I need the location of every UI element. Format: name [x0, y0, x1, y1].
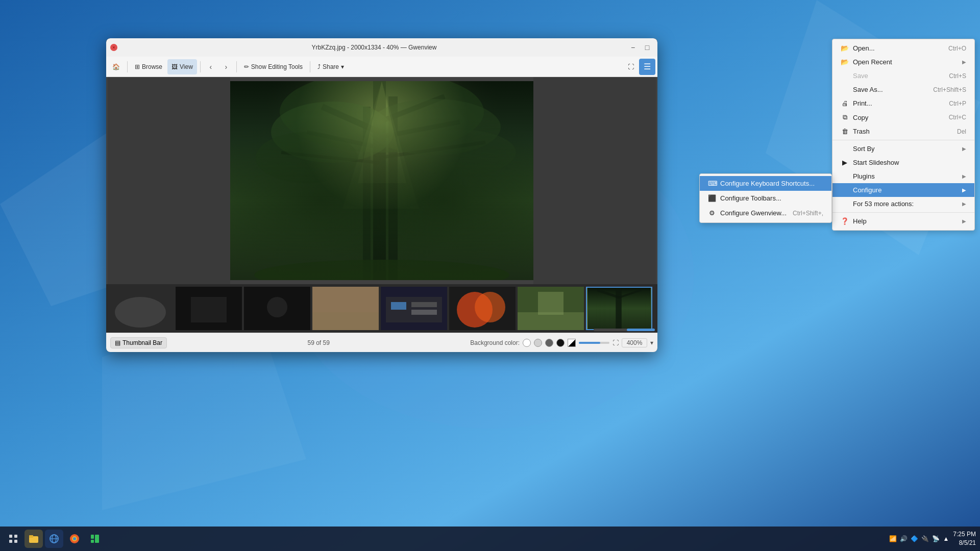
menu-item-sort-by[interactable]: Sort By ▶ — [832, 142, 974, 156]
zoom-slider[interactable] — [579, 342, 609, 344]
open-label: Open... — [853, 44, 944, 52]
sort-by-arrow: ▶ — [962, 146, 966, 152]
wifi-icon[interactable]: 📡 — [932, 535, 940, 542]
chevron-up-icon[interactable]: ▲ — [943, 535, 949, 542]
color-dot-white[interactable] — [523, 339, 531, 347]
menu-item-save[interactable]: Save Ctrl+S — [832, 69, 974, 83]
browse-button[interactable]: ⊞ Browse — [131, 59, 166, 74]
trash-shortcut: Del — [957, 128, 966, 135]
taskbar-left — [4, 530, 104, 548]
svg-point-25 — [115, 297, 166, 328]
taskbar-files-icon[interactable] — [24, 530, 43, 548]
bluetooth-icon[interactable]: 🔷 — [911, 535, 918, 542]
show-editing-button[interactable]: ✏ Show Editing Tools — [240, 59, 307, 74]
svg-rect-45 — [616, 288, 621, 329]
svg-rect-35 — [391, 302, 406, 310]
show-editing-label: Show Editing Tools — [251, 63, 303, 70]
gwenview-settings-icon: ⚙ — [708, 209, 716, 217]
close-button[interactable]: × — [110, 44, 117, 51]
fullscreen-button[interactable]: ⛶ — [624, 59, 638, 74]
open-recent-icon: 📂 — [841, 58, 849, 66]
prev-icon: ‹ — [209, 63, 212, 71]
taskbar-apps-icon[interactable] — [4, 530, 22, 548]
configure-gwenview[interactable]: ⚙ Configure Gwenview... Ctrl+Shift+, — [700, 206, 831, 220]
color-dot-lightgray[interactable] — [534, 339, 542, 347]
taskbar-manjaro-icon[interactable] — [86, 530, 104, 548]
thumbnail-6[interactable] — [449, 287, 516, 330]
slideshow-label: Start Slideshow — [853, 159, 966, 166]
color-dot-black[interactable] — [556, 339, 565, 347]
browse-icon: ⊞ — [135, 63, 140, 70]
home-button[interactable]: 🏠 — [108, 59, 124, 74]
svg-rect-42 — [518, 312, 584, 330]
view-button[interactable]: 🖼 View — [167, 59, 197, 74]
configure-toolbars[interactable]: ⬛ Configure Toolbars... — [700, 191, 831, 206]
thumbnail-5[interactable] — [381, 287, 447, 330]
thumbnail-bar-label: Thumbnail Bar — [122, 339, 162, 346]
menu-item-save-as[interactable]: Save As... Ctrl+Shift+S — [832, 83, 974, 96]
menu-item-help[interactable]: ❓ Help ▶ — [832, 214, 974, 228]
network-icon[interactable]: 📶 — [889, 535, 897, 542]
thumbnail-4[interactable] — [312, 287, 379, 330]
taskbar-firefox-icon[interactable] — [65, 530, 84, 548]
left-side-panel — [108, 77, 230, 284]
menu-item-slideshow[interactable]: ▶ Start Slideshow — [832, 156, 974, 169]
configure-label: Configure — [853, 186, 958, 194]
thumbnail-bar-button[interactable]: ▤ Thumbnail Bar — [110, 337, 167, 348]
minimize-button[interactable]: − — [627, 41, 639, 54]
clock-time: 7:25 PM — [953, 530, 976, 539]
window-title: YrbKZzq.jpg - 2000x1334 - 40% — Gwenview — [121, 44, 627, 51]
taskbar-browser-icon[interactable] — [45, 530, 63, 548]
main-toolbar: 🏠 ⊞ Browse 🖼 View ‹ › ✏ Show Editing Too… — [106, 57, 657, 77]
share-icon: ⤴ — [317, 63, 321, 70]
menu-item-open-recent[interactable]: 📂 Open Recent ▶ — [832, 55, 974, 69]
taskbar-right: 📶 🔊 🔷 🔌 📡 ▲ 7:25 PM 8/5/21 — [889, 530, 976, 547]
thumbnail-strip — [106, 284, 657, 333]
share-button[interactable]: ⤴ Share ▾ — [313, 59, 348, 74]
menu-item-plugins[interactable]: Plugins ▶ — [832, 169, 974, 183]
right-side-panel — [533, 77, 656, 284]
save-as-label: Save As... — [853, 86, 929, 93]
thumbnail-1[interactable] — [107, 287, 174, 330]
prev-button[interactable]: ‹ — [204, 60, 218, 74]
toolbars-icon: ⬛ — [708, 194, 716, 202]
sidebar-icon: ▤ — [115, 339, 120, 346]
color-dot-darkgray[interactable] — [545, 339, 553, 347]
help-icon: ❓ — [841, 217, 849, 225]
battery-icon[interactable]: 🔌 — [921, 535, 929, 542]
zoom-value[interactable]: 400% — [622, 338, 647, 347]
svg-point-29 — [267, 297, 287, 317]
maximize-button[interactable]: □ — [641, 41, 653, 54]
toolbar-separator-3 — [236, 61, 237, 72]
open-recent-label: Open Recent — [853, 58, 958, 66]
taskbar-clock[interactable]: 7:25 PM 8/5/21 — [953, 530, 976, 547]
thumbnail-7[interactable] — [518, 287, 584, 330]
menu-item-open[interactable]: 📂 Open... Ctrl+O — [832, 41, 974, 55]
menu-item-print[interactable]: 🖨 Print... Ctrl+P — [832, 96, 974, 110]
title-bar: × YrbKZzq.jpg - 2000x1334 - 40% — Gwenvi… — [106, 38, 657, 57]
audio-icon[interactable]: 🔊 — [900, 535, 908, 542]
thumbnail-8[interactable] — [586, 287, 652, 330]
taskbar: 📶 🔊 🔷 🔌 📡 ▲ 7:25 PM 8/5/21 — [0, 527, 980, 551]
share-label: Share — [323, 63, 339, 70]
zoom-dropdown-arrow[interactable]: ▾ — [650, 339, 653, 346]
menu-item-more-actions[interactable]: For 53 more actions: ▶ — [832, 197, 974, 211]
menu-item-configure[interactable]: Configure ▶ — [832, 183, 974, 197]
thumbnail-3[interactable] — [244, 287, 310, 330]
plugins-arrow: ▶ — [962, 173, 966, 179]
configure-keyboard-shortcuts[interactable]: ⌨ Configure Keyboard Shortcuts... — [700, 176, 831, 191]
next-button[interactable]: › — [219, 60, 233, 74]
open-recent-arrow: ▶ — [962, 59, 966, 65]
menu-item-trash[interactable]: 🗑 Trash Del — [832, 124, 974, 138]
copy-icon: ⧉ — [841, 113, 849, 121]
open-shortcut: Ctrl+O — [948, 45, 966, 52]
clock-date: 8/5/21 — [953, 539, 976, 547]
toolbar-separator-1 — [127, 61, 128, 72]
background-color-label: Background color: — [470, 339, 520, 346]
more-actions-arrow: ▶ — [962, 201, 966, 207]
color-dot-custom[interactable] — [568, 339, 576, 347]
thumbnail-2[interactable] — [176, 287, 242, 330]
thumbnail-scrollbar[interactable] — [594, 329, 655, 331]
menu-item-copy[interactable]: ⧉ Copy Ctrl+C — [832, 110, 974, 124]
hamburger-menu-button[interactable]: ☰ — [639, 59, 655, 75]
